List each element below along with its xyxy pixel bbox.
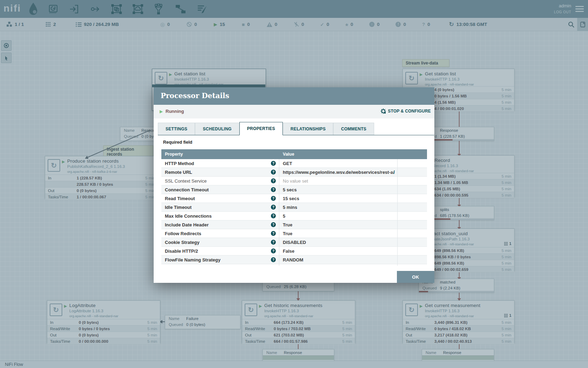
property-name: Connection Timeout — [165, 187, 209, 192]
property-row: Disable HTTP/2? False — [161, 247, 427, 255]
properties-table-body: HTTP Method? GET Remote URL? https://www… — [161, 159, 427, 266]
property-name: FlowFile Naming Strategy — [165, 257, 220, 263]
gear-icon — [380, 108, 386, 114]
property-row: Idle Timeout? 5 mins — [161, 203, 427, 212]
help-icon[interactable]: ? — [271, 231, 276, 236]
properties-table-header: Property Value — [161, 149, 427, 159]
property-name: Cookie Strategy — [165, 240, 200, 245]
help-icon[interactable]: ? — [271, 178, 276, 183]
stop-and-configure-button[interactable]: STOP & CONFIGURE — [380, 108, 431, 114]
help-icon[interactable]: ? — [271, 222, 276, 227]
property-value[interactable]: True — [283, 231, 292, 236]
property-row: Follow Redirects? True — [161, 229, 427, 238]
property-name: Disable HTTP/2 — [165, 248, 198, 254]
property-column-header: Property — [161, 152, 279, 157]
properties-table: Property Value HTTP Method? GET Remote U… — [161, 149, 427, 266]
property-name: Read Timeout — [165, 196, 195, 201]
property-value[interactable]: No value set — [283, 178, 308, 184]
tab-scheduling[interactable]: SCHEDULING — [195, 123, 239, 135]
help-icon[interactable]: ? — [271, 170, 276, 175]
property-name: Follow Redirects — [165, 231, 201, 236]
property-row: FlowFile Naming Strategy? RANDOM — [161, 255, 427, 264]
help-icon[interactable]: ? — [271, 187, 276, 192]
help-icon[interactable]: ? — [271, 240, 276, 245]
required-field-legend: Required field — [163, 140, 192, 145]
property-name: HTTP Method — [165, 161, 194, 166]
property-value[interactable]: 15 secs — [283, 196, 299, 201]
dialog-status-row: ▶ Running STOP & CONFIGURE — [154, 105, 434, 118]
property-value[interactable]: RANDOM — [283, 257, 303, 263]
value-column-header: Value — [279, 152, 398, 157]
tab-properties[interactable]: PROPERTIES — [239, 122, 283, 135]
dialog-tabs: SETTINGS SCHEDULING PROPERTIES RELATIONS… — [158, 122, 434, 135]
property-value[interactable]: https://www.pegelonline.wsv.de/webservic… — [283, 170, 393, 175]
property-value[interactable]: False — [283, 248, 294, 254]
property-name: Max Idle Connections — [165, 213, 212, 219]
property-row: Max Idle Connections? 5 — [161, 212, 427, 220]
info-icon[interactable]: i — [393, 170, 394, 175]
property-name: Remote URL — [165, 170, 192, 175]
property-name: SSL Context Service — [165, 178, 206, 184]
property-row: SSL Context Service? No value set — [161, 177, 427, 185]
property-value[interactable]: 5 mins — [283, 205, 297, 210]
dialog-title: Processor Details — [161, 91, 229, 100]
property-row: Remote URL? https://www.pegelonline.wsv.… — [161, 168, 427, 177]
property-value[interactable]: DISABLED — [283, 240, 306, 245]
property-value[interactable]: 5 secs — [283, 187, 297, 192]
property-value[interactable]: 5 — [283, 213, 285, 219]
help-icon[interactable]: ? — [271, 257, 276, 262]
help-icon[interactable]: ? — [271, 248, 276, 253]
property-value[interactable]: GET — [283, 161, 292, 166]
property-row: Read Timeout? 15 secs — [161, 194, 427, 203]
dialog-header: Processor Details — [154, 87, 434, 105]
processor-run-status: Running — [166, 109, 184, 114]
running-status-icon: ▶ — [160, 109, 163, 114]
help-icon[interactable]: ? — [271, 205, 276, 210]
property-row: Cookie Strategy? DISABLED — [161, 238, 427, 247]
property-value[interactable]: True — [283, 222, 292, 227]
property-row: Connection Timeout? 5 secs — [161, 185, 427, 194]
property-name: Idle Timeout — [165, 205, 191, 210]
tab-settings[interactable]: SETTINGS — [158, 123, 195, 135]
property-name: Include Date Header — [165, 222, 209, 227]
help-icon[interactable]: ? — [271, 196, 276, 201]
property-row: Attributes to Send? No value set — [161, 264, 427, 266]
help-icon[interactable]: ? — [271, 161, 276, 166]
help-icon[interactable]: ? — [271, 213, 276, 218]
tab-relationships[interactable]: RELATIONSHIPS — [283, 123, 333, 135]
nifi-app: nifi admin LOG OUT — [0, 0, 588, 368]
ok-button[interactable]: OK — [397, 271, 434, 283]
processor-details-dialog: Processor Details ▶ Running STOP & CONFI… — [154, 87, 434, 283]
property-row: Include Date Header? True — [161, 220, 427, 229]
tab-comments[interactable]: COMMENTS — [333, 123, 374, 135]
property-row: HTTP Method? GET — [161, 159, 427, 168]
